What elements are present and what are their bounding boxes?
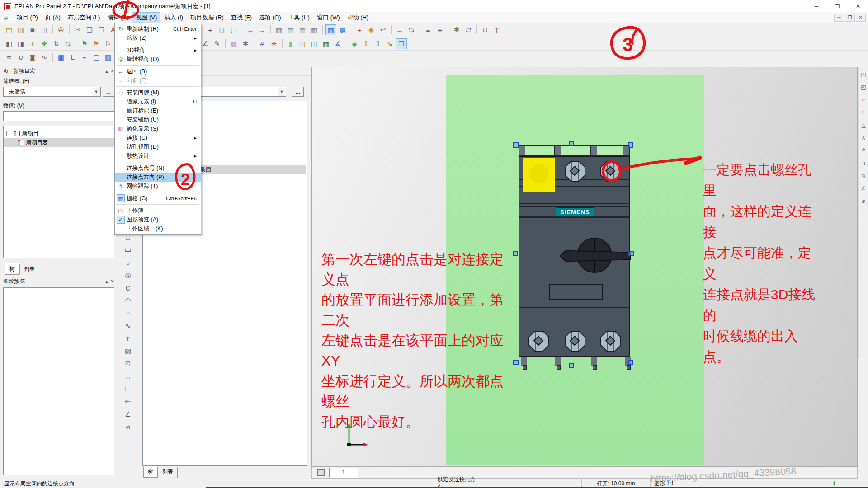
paste-icon[interactable]: ❐ bbox=[96, 24, 107, 35]
pages-panel-close-icon[interactable]: ✕ bbox=[111, 69, 114, 74]
drop-on-grid-icon[interactable]: ⇘ bbox=[384, 38, 395, 49]
view-forward-icon[interactable]: → bbox=[257, 24, 268, 35]
routing-path-icon[interactable]: ▣ bbox=[56, 52, 66, 63]
menu-item-workspace[interactable]: 工作区域... (K) bbox=[115, 224, 201, 233]
grid-size-a-icon[interactable]: ▦ bbox=[274, 24, 284, 35]
space-triangle-icon[interactable]: △ bbox=[859, 120, 868, 131]
screw-terminal-bottom-left[interactable] bbox=[528, 331, 549, 352]
swap-horizontal-icon[interactable]: ⇆ bbox=[62, 38, 73, 49]
menu-item-connections[interactable]: 连接 (C)▸ bbox=[115, 133, 201, 142]
dim-baseline-icon[interactable]: ⊢ bbox=[123, 384, 133, 394]
regenerate-icon[interactable]: ✱ bbox=[240, 38, 251, 49]
flag-edit-icon[interactable]: ⚑ bbox=[91, 38, 102, 49]
menu-item-graphical-preview[interactable]: ✓图形预览 (A) bbox=[115, 215, 201, 224]
filter-browse-button[interactable]: ... bbox=[103, 87, 114, 97]
design-mode-icon[interactable]: ◆ bbox=[366, 24, 377, 35]
download-arrow-icon[interactable]: ⬇ bbox=[832, 480, 836, 487]
pages-tab-list[interactable]: 列表 bbox=[19, 264, 39, 275]
menu-project-data[interactable]: 项目数据 (R) bbox=[187, 12, 227, 23]
routing-curve-icon[interactable]: ⌐ bbox=[79, 52, 90, 63]
placement-plane-icon[interactable]: ◈ bbox=[349, 38, 360, 49]
grid-size-d-icon[interactable]: ▦ bbox=[309, 24, 320, 35]
draw-rectangle-2-icon[interactable]: ▭ bbox=[123, 244, 133, 255]
menu-item-redraw[interactable]: ↻重新绘制 (R)Ctrl+Enter bbox=[115, 24, 201, 33]
dim-linear-icon[interactable]: ↔ bbox=[123, 371, 133, 382]
draw-arc-3p-icon[interactable]: ◠ bbox=[123, 295, 133, 306]
maximize-button[interactable]: ❐ bbox=[827, 0, 848, 12]
mdi-restore-button[interactable]: ❐ bbox=[845, 14, 855, 22]
menu-item-rotate-view[interactable]: ◎旋转视角 (O) bbox=[115, 55, 201, 64]
routing-zone-icon[interactable]: ▢ bbox=[91, 52, 102, 63]
menu-item-connection-point-designation[interactable]: 连接点代号 (N) bbox=[115, 164, 201, 173]
menu-item-zoom[interactable]: 缩放 (Z)▸ bbox=[115, 33, 201, 42]
connection-jumper-icon[interactable]: ∿ bbox=[39, 52, 50, 63]
text-frame-icon[interactable]: T bbox=[491, 24, 502, 35]
grid-size-c-icon[interactable]: ▦ bbox=[297, 24, 308, 35]
align-grid-icon[interactable]: ≣ bbox=[434, 24, 445, 35]
3d-canvas[interactable]: SIEMENS bbox=[311, 67, 858, 467]
value-input[interactable] bbox=[3, 111, 114, 121]
zoom-all-icon[interactable]: ▢ bbox=[228, 24, 239, 35]
menu-layout-space[interactable]: 布局空间 (L) bbox=[64, 12, 104, 23]
dim-diameter-icon[interactable]: ⌀ bbox=[123, 422, 133, 432]
flag-approved-icon[interactable]: ⚑ bbox=[79, 38, 90, 49]
menu-item-forward[interactable]: →向前 (F) bbox=[115, 76, 201, 85]
zoom-in-icon[interactable]: + bbox=[205, 24, 216, 35]
selection-handle[interactable] bbox=[513, 251, 518, 256]
panel-plate-icon[interactable]: ◫ bbox=[309, 38, 320, 49]
connection-u-icon[interactable]: ∪ bbox=[15, 52, 26, 63]
stretch-icon[interactable]: ⇆ bbox=[406, 24, 417, 35]
screw-terminal-bottom-right[interactable] bbox=[600, 331, 621, 352]
draw-arc-icon[interactable]: C bbox=[123, 282, 133, 293]
menu-help[interactable]: 帮助 (H) bbox=[344, 12, 373, 23]
preview-panel-close-icon[interactable]: ✕ bbox=[111, 279, 114, 284]
selection-handle[interactable] bbox=[628, 251, 634, 256]
screw-terminal-top-right[interactable] bbox=[600, 161, 621, 182]
align-edges-icon[interactable]: ≡ bbox=[423, 24, 434, 35]
grid-snap-icon[interactable]: ▩ bbox=[337, 24, 348, 35]
space-diameter-icon[interactable]: ⌀ bbox=[859, 196, 868, 206]
space-corner-icon[interactable]: ◳ bbox=[859, 69, 868, 80]
zoom-window-icon[interactable]: ⊡ bbox=[217, 24, 227, 35]
hatch-icon[interactable]: ▧ bbox=[228, 38, 239, 49]
close-button[interactable]: ✕ bbox=[848, 0, 868, 12]
space-edge-icon[interactable]: ⌐ bbox=[859, 94, 868, 105]
siemens-device[interactable]: SIEMENS bbox=[516, 144, 632, 368]
selection-handle[interactable] bbox=[513, 360, 519, 365]
filter-combobox[interactable]: - 未激活 - ▼ bbox=[3, 87, 101, 97]
copy-icon[interactable]: ❏ bbox=[84, 24, 95, 35]
object-snap-icon[interactable]: + bbox=[354, 24, 365, 35]
expand-icon[interactable]: + bbox=[6, 131, 11, 136]
selection-handle[interactable] bbox=[569, 363, 574, 368]
selection-handle[interactable] bbox=[628, 360, 633, 365]
mdi-minimize-button[interactable]: ─ bbox=[834, 14, 844, 22]
chevron-down-icon[interactable]: ▼ bbox=[278, 88, 285, 96]
measure-angle-icon[interactable]: ∠ bbox=[200, 38, 211, 49]
menu-item-hidden-elements[interactable]: 隐藏元素 (I)U bbox=[115, 97, 201, 106]
dim-chain-icon[interactable]: ⇤ bbox=[123, 396, 133, 407]
menu-options[interactable]: 选项 (O) bbox=[255, 12, 284, 23]
sheet-tab-1[interactable]: 1 bbox=[329, 468, 358, 478]
menu-item-simplified-display[interactable]: ▥简化显示 (S) bbox=[115, 124, 201, 133]
grid-size-b-icon[interactable]: ▦ bbox=[285, 24, 296, 35]
draw-spline-icon[interactable]: ∿ bbox=[123, 320, 133, 331]
space-frame-icon[interactable]: ◰ bbox=[859, 82, 868, 93]
draw-text-icon[interactable]: T bbox=[123, 333, 133, 344]
swap-vertical-icon[interactable]: ⇅ bbox=[51, 38, 61, 49]
menu-item-connection-point-direction[interactable]: 连接点方向 (P) bbox=[115, 173, 201, 182]
menu-item-3d-viewpoint[interactable]: 3D视角▸ bbox=[115, 46, 201, 55]
space-route-up-icon[interactable]: ↱ bbox=[859, 145, 868, 156]
dim-angle-icon[interactable]: ∠ bbox=[123, 409, 133, 420]
settings-icon[interactable]: ✱ bbox=[451, 24, 462, 35]
drop-device-icon[interactable]: ⇩ bbox=[373, 38, 383, 49]
menu-insert[interactable]: 插入 (I) bbox=[160, 12, 187, 23]
menu-item-net-tracking[interactable]: #网络跟踪 (T) bbox=[115, 182, 201, 191]
drop-item-icon[interactable]: ⇩ bbox=[361, 38, 372, 49]
layout-tab-tree[interactable]: 树 bbox=[143, 466, 158, 478]
net-trace-icon[interactable]: # bbox=[257, 38, 268, 49]
routing-filter-icon[interactable]: ▥ bbox=[103, 52, 113, 63]
menu-edit[interactable]: 编辑 (E) bbox=[104, 12, 132, 23]
grid-on-icon[interactable]: ▦ bbox=[326, 24, 336, 35]
pages-panel-pin-icon[interactable]: ▴ bbox=[106, 69, 108, 74]
space-swap-icon[interactable]: ⇅ bbox=[859, 170, 868, 181]
